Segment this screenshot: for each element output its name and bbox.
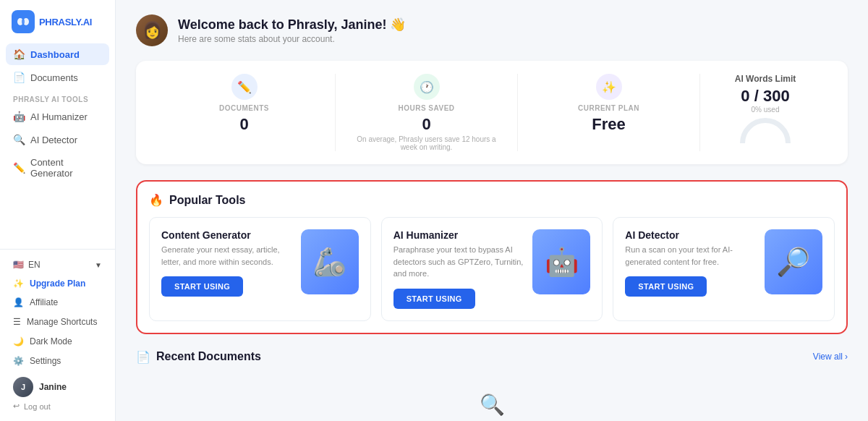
content-generator-icon: ✏️ <box>13 162 25 174</box>
upgrade-label: Upgrade Plan <box>30 278 85 289</box>
documents-icon: 📄 <box>13 72 25 83</box>
ai-detector-name: AI Detector <box>625 229 757 241</box>
phrasly-logo-icon <box>12 10 35 33</box>
sidebar-nav: 🏠 Dashboard 📄 Documents Phrasly AI Tools… <box>0 41 115 249</box>
recent-documents-section: 📄 Recent Documents View all › 🔍 No docum… <box>136 350 848 422</box>
ai-humanizer-icon: 🤖 <box>13 111 25 122</box>
ai-words-title: AI Words Limit <box>735 74 796 84</box>
darkmode-label: Dark Mode <box>30 336 72 346</box>
sidebar-item-ai-humanizer[interactable]: 🤖 AI Humanizer <box>6 106 109 127</box>
flag-icon: 🇺🇸 <box>13 260 24 270</box>
empty-state-icon: 🔍 <box>153 393 830 417</box>
affiliate-icon: 👤 <box>13 297 24 307</box>
avatar: J <box>13 377 33 397</box>
content-generator-desc: Generate your next essay, article, lette… <box>161 244 294 268</box>
recent-docs-icon: 📄 <box>136 350 150 364</box>
ai-humanizer-name: AI Humanizer <box>393 229 526 241</box>
ai-detector-illus-emoji: 🔎 <box>776 246 810 278</box>
user-profile: J Janine <box>6 371 109 400</box>
header-text: Welcome back to Phrasly, Janine! 👋 Here … <box>178 17 406 44</box>
recent-docs-header: 📄 Recent Documents View all › <box>136 350 848 364</box>
sidebar-item-affiliate[interactable]: 👤 Affiliate <box>6 293 109 312</box>
logout-label: Log out <box>24 402 51 411</box>
sidebar-item-ai-detector[interactable]: 🔍 AI Detector <box>6 129 109 150</box>
lang-label: EN <box>28 260 41 270</box>
logout-button[interactable]: ↩ Log out <box>6 400 109 415</box>
ai-words-section: AI Words Limit 0 / 300 0% used <box>700 74 830 151</box>
stat-current-plan: ✨ CURRENT PLAN Free <box>518 74 700 151</box>
sidebar: PHRASLY.AI 🏠 Dashboard 📄 Documents Phras… <box>0 0 116 421</box>
user-header-avatar: 👩 <box>136 14 168 46</box>
ai-detector-icon: 🔍 <box>13 134 25 145</box>
sidebar-item-documents[interactable]: 📄 Documents <box>6 67 109 88</box>
content-generator-illus-emoji: 🦾 <box>312 246 346 278</box>
sidebar-item-ai-detector-label: AI Detector <box>30 135 77 145</box>
settings-icon: ⚙️ <box>13 356 24 366</box>
logout-icon: ↩ <box>13 401 20 411</box>
hours-stat-icon: 🕐 <box>414 74 440 100</box>
welcome-header: 👩 Welcome back to Phrasly, Janine! 👋 Her… <box>136 14 848 46</box>
ai-humanizer-content: AI Humanizer Paraphrase your text to byp… <box>393 229 526 309</box>
sidebar-item-dashboard[interactable]: 🏠 Dashboard <box>6 43 109 65</box>
ai-words-used: 0% used <box>752 106 780 114</box>
dashboard-icon: 🏠 <box>13 48 25 60</box>
popular-tools-label: Popular Tools <box>169 194 245 207</box>
tool-card-ai-detector: AI Detector Run a scan on your text for … <box>613 217 835 321</box>
sidebar-item-dashboard-label: Dashboard <box>30 49 80 60</box>
sidebar-item-upgrade[interactable]: ✨ Upgrade Plan <box>6 274 109 293</box>
stat-documents: ✏️ DOCUMENTS 0 <box>153 74 336 151</box>
ai-humanizer-illustration: 🤖 <box>532 229 590 294</box>
ai-words-count: 0 / 300 <box>741 87 789 106</box>
content-generator-name: Content Generator <box>161 229 294 241</box>
plan-stat-value: Free <box>592 115 625 134</box>
darkmode-icon: 🌙 <box>13 336 24 346</box>
tools-grid: Content Generator Generate your next ess… <box>149 217 835 321</box>
ai-humanizer-start-btn[interactable]: START USING <box>393 289 475 309</box>
tool-card-content-generator: Content Generator Generate your next ess… <box>149 217 371 321</box>
sidebar-bottom: 🇺🇸 EN ▼ ✨ Upgrade Plan 👤 Affiliate ☰ Man… <box>0 249 115 421</box>
ai-detector-start-btn[interactable]: START USING <box>625 276 707 297</box>
tool-content-generator-content: Content Generator Generate your next ess… <box>161 229 294 297</box>
view-all-label: View all <box>813 352 843 362</box>
ai-detector-illustration: 🔎 <box>765 229 822 294</box>
sidebar-item-ai-humanizer-label: AI Humanizer <box>30 111 88 122</box>
tools-section-label: Phrasly AI Tools <box>6 90 109 106</box>
sidebar-item-documents-label: Documents <box>30 72 78 83</box>
greeting-subtitle: Here are some stats about your account. <box>178 34 406 44</box>
shortcuts-label: Manage Shortcuts <box>27 317 97 327</box>
upgrade-icon: ✨ <box>13 278 24 289</box>
main-content: 👩 Welcome back to Phrasly, Janine! 👋 Her… <box>116 0 868 421</box>
hours-stat-label: HOURS SAVED <box>398 104 454 112</box>
gauge-bg <box>740 118 791 145</box>
hours-stat-sub: On average, Phrasly users save 12 hours … <box>350 135 503 151</box>
empty-state: 🔍 No documents found Start by generating… <box>136 375 848 422</box>
hours-stat-value: 0 <box>422 115 430 134</box>
sidebar-item-content-generator[interactable]: ✏️ Content Generator <box>6 152 109 184</box>
ai-detector-content: AI Detector Run a scan on your text for … <box>625 229 757 297</box>
fire-emoji: 🔥 <box>149 193 163 207</box>
logo[interactable]: PHRASLY.AI <box>0 0 115 41</box>
affiliate-label: Affiliate <box>30 297 58 307</box>
svg-point-3 <box>22 19 25 25</box>
content-generator-illustration: 🦾 <box>301 229 359 294</box>
greeting-title: Welcome back to Phrasly, Janine! 👋 <box>178 17 406 33</box>
logo-text: PHRASLY.AI <box>39 17 92 27</box>
plan-stat-label: CURRENT PLAN <box>578 104 639 112</box>
popular-tools-title: 🔥 Popular Tools <box>149 193 835 207</box>
content-generator-start-btn[interactable]: START USING <box>161 276 243 297</box>
sidebar-item-shortcuts[interactable]: ☰ Manage Shortcuts <box>6 312 109 331</box>
settings-label: Settings <box>30 356 61 366</box>
sidebar-item-darkmode[interactable]: 🌙 Dark Mode <box>6 332 109 351</box>
sidebar-item-settings[interactable]: ⚙️ Settings <box>6 352 109 370</box>
sidebar-item-content-generator-label: Content Generator <box>30 157 102 179</box>
recent-docs-label: Recent Documents <box>156 350 261 363</box>
shortcuts-icon: ☰ <box>13 317 21 327</box>
stats-card: ✏️ DOCUMENTS 0 🕐 HOURS SAVED 0 On averag… <box>136 61 848 164</box>
recent-docs-title: 📄 Recent Documents <box>136 350 261 364</box>
stat-hours-saved: 🕐 HOURS SAVED 0 On average, Phrasly user… <box>336 74 518 151</box>
ai-words-gauge <box>740 118 791 145</box>
ai-humanizer-illus-emoji: 🤖 <box>545 246 579 278</box>
view-all-button[interactable]: View all › <box>813 352 848 362</box>
documents-stat-value: 0 <box>239 115 248 134</box>
lang-selector[interactable]: 🇺🇸 EN ▼ <box>6 255 109 274</box>
